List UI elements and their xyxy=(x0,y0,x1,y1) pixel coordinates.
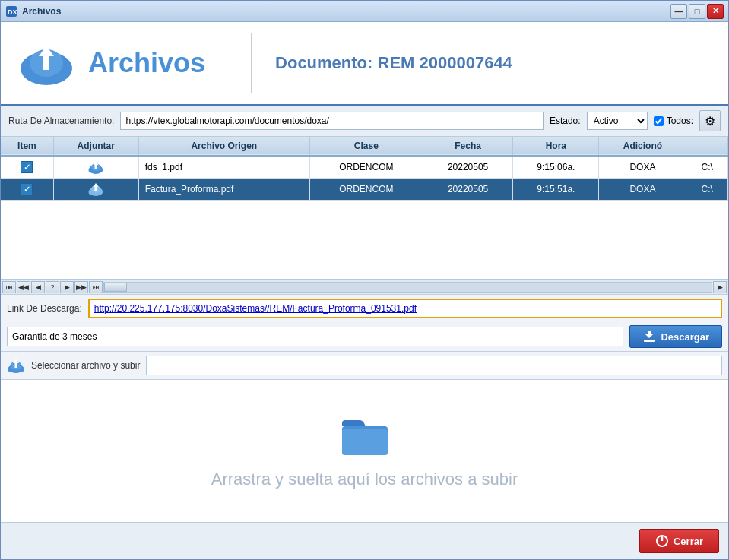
scroll-last-btn[interactable]: ⏭ xyxy=(89,281,103,293)
cell-filename-1: fds_1.pdf xyxy=(138,156,309,179)
settings-button[interactable]: ⚙ xyxy=(699,110,721,131)
cell-item-2 xyxy=(1,179,53,201)
upload-cloud-icon-2 xyxy=(87,182,104,197)
scroll-right-btn[interactable]: ▶ xyxy=(713,281,727,293)
files-table-container: Item Adjuntar Archivo Origen Clase Fecha… xyxy=(1,137,728,279)
cell-fecha-1: 20220505 xyxy=(423,156,513,179)
power-icon xyxy=(655,534,669,548)
todos-checkbox[interactable] xyxy=(654,116,664,126)
drop-zone-text: Arrastra y suelta aquí los archivos a su… xyxy=(211,470,518,489)
col-adjuntar: Adjuntar xyxy=(53,137,138,156)
col-extra xyxy=(686,137,728,156)
estado-label: Estado: xyxy=(550,115,581,126)
cell-clase-2: ORDENCOM xyxy=(309,179,423,201)
upload-label: Seleccionar archivo y subir xyxy=(31,360,140,371)
table-header-row: Item Adjuntar Archivo Origen Clase Fecha… xyxy=(1,137,728,156)
toolbar: Ruta De Almacenamiento: Estado: Activo I… xyxy=(1,106,728,137)
todos-checkbox-group: Todos: xyxy=(654,115,693,126)
header: Archivos Documento: REM 2000007644 xyxy=(1,22,728,106)
row2-checkbox[interactable] xyxy=(21,183,33,195)
svg-rect-25 xyxy=(342,429,388,455)
upload-small-cloud-icon xyxy=(7,356,25,375)
svg-rect-17 xyxy=(644,340,655,342)
scroll-thumb[interactable] xyxy=(104,283,127,292)
app-title: Archivos xyxy=(88,47,205,79)
upload-cloud-icon xyxy=(87,160,104,175)
titlebar: DX Archivos — □ ✕ xyxy=(1,1,728,22)
main-window: DX Archivos — □ ✕ Archivos Documento: RE… xyxy=(0,0,729,560)
window-title: Archivos xyxy=(22,6,670,17)
cerrar-button[interactable]: Cerrar xyxy=(639,529,719,553)
estado-select[interactable]: Activo Inactivo Todos xyxy=(587,112,648,130)
todos-label: Todos: xyxy=(667,115,693,126)
document-label: Documento: REM 2000007644 xyxy=(275,53,512,73)
scroll-next-next-btn[interactable]: ▶▶ xyxy=(74,281,88,293)
download-icon xyxy=(642,330,656,343)
cell-adiciono-2: DOXA xyxy=(599,179,686,201)
descargar-button[interactable]: Descargar xyxy=(629,325,722,348)
col-adiciono: Adicionó xyxy=(599,137,686,156)
table-row: Factura_Proforma.pdf ORDENCOM 20220505 9… xyxy=(1,179,728,201)
cell-path-1: C:\ xyxy=(686,156,728,179)
cell-hora-1: 9:15:06a. xyxy=(513,156,599,179)
close-button[interactable]: ✕ xyxy=(707,4,724,19)
scroll-prev-prev-btn[interactable]: ◀◀ xyxy=(17,281,30,293)
scroll-prev-btn[interactable]: ◀ xyxy=(31,281,45,293)
ruta-label: Ruta De Almacenamiento: xyxy=(8,115,114,126)
cell-item xyxy=(1,156,53,179)
scroll-next-btn[interactable]: ▶ xyxy=(60,281,74,293)
garantia-row: Descargar xyxy=(1,322,728,351)
link-descarga-label: Link De Descarga: xyxy=(7,303,82,314)
svg-text:DX: DX xyxy=(8,8,17,16)
titlebar-buttons: — □ ✕ xyxy=(670,4,724,19)
cell-clase-1: ORDENCOM xyxy=(309,156,423,179)
col-item: Item xyxy=(1,137,53,156)
scroll-track xyxy=(103,282,712,293)
drop-zone[interactable]: Arrastra y suelta aquí los archivos a su… xyxy=(1,379,728,522)
files-table: Item Adjuntar Archivo Origen Clase Fecha… xyxy=(1,137,728,201)
logo-area: Archivos xyxy=(16,36,205,90)
scrollbar-row: ⏮ ◀◀ ◀ ? ▶ ▶▶ ⏭ ▶ xyxy=(1,279,728,294)
cell-path-2: C:\ xyxy=(686,179,728,201)
header-divider xyxy=(251,33,252,93)
col-hora: Hora xyxy=(513,137,599,156)
cell-fecha-2: 20220505 xyxy=(423,179,513,201)
scroll-info-btn[interactable]: ? xyxy=(46,281,59,293)
cloud-upload-logo-icon xyxy=(16,36,77,90)
link-descarga-row: Link De Descarga: xyxy=(1,294,728,322)
upload-filename-input[interactable] xyxy=(146,356,722,375)
cell-adjuntar xyxy=(53,156,138,179)
upload-row: Seleccionar archivo y subir xyxy=(1,351,728,379)
col-archivo-origen: Archivo Origen xyxy=(138,137,309,156)
folder-icon xyxy=(338,413,391,458)
maximize-button[interactable]: □ xyxy=(689,4,705,19)
minimize-button[interactable]: — xyxy=(670,4,687,19)
table-row: fds_1.pdf ORDENCOM 20220505 9:15:06a. DO… xyxy=(1,156,728,179)
cell-filename-2: Factura_Proforma.pdf xyxy=(138,179,309,201)
scroll-first-btn[interactable]: ⏮ xyxy=(2,281,16,293)
row1-checkbox[interactable] xyxy=(21,161,33,173)
svg-marker-18 xyxy=(645,331,653,338)
cell-adiciono-1: DOXA xyxy=(599,156,686,179)
ruta-input[interactable] xyxy=(120,112,544,130)
footer: Cerrar xyxy=(1,522,728,559)
app-icon: DX xyxy=(5,5,17,17)
col-clase: Clase xyxy=(309,137,423,156)
cell-adjuntar-2 xyxy=(53,179,138,201)
cell-hora-2: 9:15:51a. xyxy=(513,179,599,201)
col-fecha: Fecha xyxy=(423,137,513,156)
garantia-input[interactable] xyxy=(7,327,623,346)
link-descarga-input[interactable] xyxy=(88,299,722,318)
